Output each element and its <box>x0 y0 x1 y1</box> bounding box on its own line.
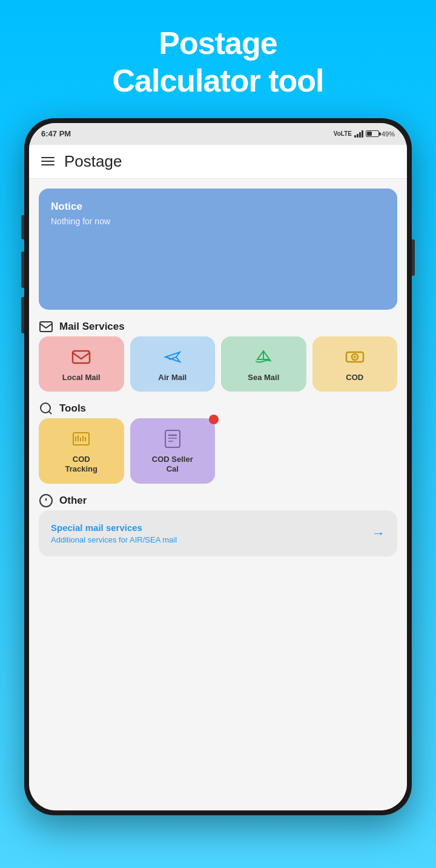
cod-icon <box>344 346 366 368</box>
tools-section-icon <box>39 401 53 416</box>
special-mail-card[interactable]: Special mail services Additional service… <box>39 510 397 556</box>
cod-tracking-card[interactable]: CODTracking <box>39 418 124 483</box>
cod-tracking-icon <box>70 428 92 450</box>
power-button <box>412 239 415 276</box>
svg-rect-18 <box>168 434 171 436</box>
other-section: Other Special mail services Additional s… <box>39 493 397 556</box>
special-mail-content: Special mail services Additional service… <box>51 522 177 544</box>
signal-icon <box>354 130 363 138</box>
hamburger-line-1 <box>41 157 54 158</box>
hamburger-line-3 <box>41 164 54 165</box>
other-title: Other <box>59 495 87 507</box>
mail-services-grid: Local Mail Air Mail <box>39 336 397 392</box>
local-mail-label: Local Mail <box>62 373 101 382</box>
status-icons: VoLTE 49% <box>334 130 395 138</box>
volume-down-button <box>21 297 24 333</box>
page-title: Postage Calculator tool <box>112 24 323 100</box>
tools-section: Tools <box>39 401 397 483</box>
mail-section-icon <box>39 319 53 334</box>
mail-services-section: Mail Services Local Mail <box>39 319 397 392</box>
svg-rect-0 <box>40 322 52 332</box>
battery-icon <box>366 130 379 137</box>
tools-header: Tools <box>39 401 397 416</box>
status-time: 6:47 PM <box>41 129 71 138</box>
battery-percent: 49% <box>382 130 395 138</box>
cod-tracking-label: CODTracking <box>65 455 97 473</box>
sea-mail-label: Sea Mail <box>248 373 279 382</box>
svg-rect-19 <box>171 434 174 436</box>
lte-icon: VoLTE <box>334 130 352 137</box>
app-header: Postage <box>29 145 407 179</box>
air-mail-icon <box>162 346 183 368</box>
svg-point-5 <box>354 356 356 358</box>
cod-label: COD <box>346 373 363 382</box>
cod-card[interactable]: COD <box>312 336 398 392</box>
svg-rect-20 <box>174 434 177 436</box>
notice-title: Notice <box>51 201 385 213</box>
air-mail-label: Air Mail <box>158 373 187 382</box>
local-mail-card[interactable]: Local Mail <box>39 336 124 392</box>
special-mail-title: Special mail services <box>51 522 177 533</box>
svg-line-7 <box>49 412 51 414</box>
status-bar: 6:47 PM VoLTE 49% <box>29 123 407 145</box>
volume-up-button <box>21 252 24 288</box>
sea-mail-card[interactable]: Sea Mail <box>221 336 306 392</box>
svg-point-6 <box>41 403 50 413</box>
cod-seller-card[interactable]: COD SellerCal <box>130 418 216 483</box>
notice-card: Notice Nothing for now <box>39 189 397 310</box>
app-content: Notice Nothing for now Mail Services <box>29 179 407 810</box>
notice-body: Nothing for now <box>51 216 385 226</box>
svg-rect-14 <box>165 430 180 447</box>
arrow-right-icon: → <box>372 526 385 541</box>
local-mail-icon <box>70 346 92 368</box>
phone-screen: 6:47 PM VoLTE 49% <box>29 123 407 810</box>
other-header: Other <box>39 493 397 508</box>
mail-services-header: Mail Services <box>39 319 397 334</box>
mute-button <box>21 215 24 239</box>
special-mail-subtitle: Additional services for AIR/SEA mail <box>51 535 177 544</box>
phone-frame: 6:47 PM VoLTE 49% <box>24 118 412 815</box>
cod-seller-label: COD SellerCal <box>152 455 193 473</box>
app-header-title: Postage <box>64 152 122 171</box>
tools-title: Tools <box>59 402 86 415</box>
cod-seller-icon <box>162 428 183 450</box>
svg-rect-1 <box>73 351 90 363</box>
other-section-icon <box>39 493 53 508</box>
mail-services-title: Mail Services <box>59 321 125 333</box>
sea-mail-icon <box>253 346 274 368</box>
hamburger-line-2 <box>41 161 54 162</box>
hamburger-menu-button[interactable] <box>41 157 54 165</box>
tools-grid: CODTracking <box>39 418 397 483</box>
notification-dot <box>209 415 219 424</box>
air-mail-card[interactable]: Air Mail <box>130 336 216 392</box>
